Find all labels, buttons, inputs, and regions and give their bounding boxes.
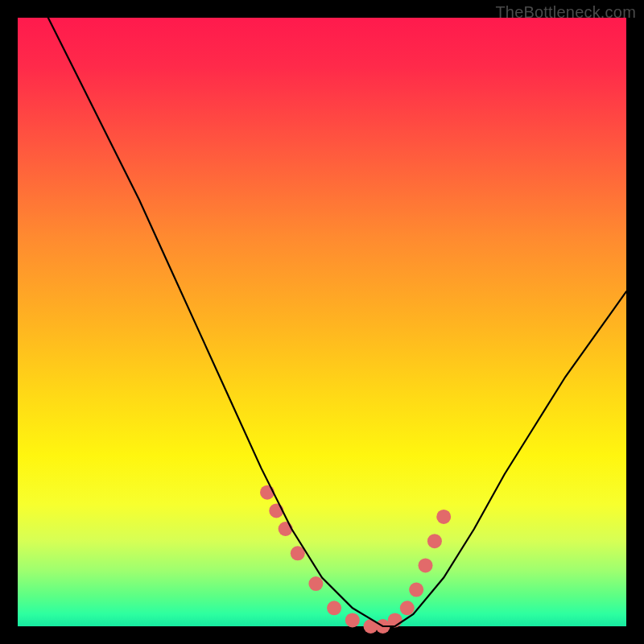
highlight-dot <box>327 601 341 615</box>
highlight-dot <box>436 510 451 524</box>
highlight-dot <box>279 522 293 536</box>
highlight-dot <box>400 601 415 615</box>
chart-svg <box>18 18 626 626</box>
highlight-dot <box>345 613 360 627</box>
highlight-dot <box>269 503 283 518</box>
highlight-dot <box>419 558 433 572</box>
highlight-dots <box>260 485 451 634</box>
highlight-dot <box>260 485 275 500</box>
highlight-dot <box>409 583 423 597</box>
highlight-dot <box>308 576 323 591</box>
highlight-dot <box>427 534 442 548</box>
chart-frame: TheBottleneck.com <box>0 0 644 644</box>
watermark-text: TheBottleneck.com <box>495 3 636 22</box>
bottleneck-curve <box>48 18 626 626</box>
